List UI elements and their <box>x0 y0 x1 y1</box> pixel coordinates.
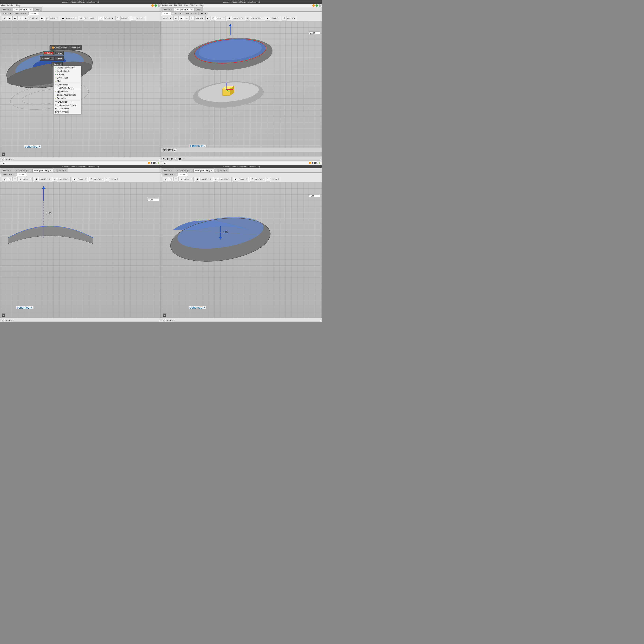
cm-item-selectable[interactable]: Selectable/Unselectable <box>54 104 81 107</box>
btn-insert-1-tl[interactable]: ⊻ <box>115 16 121 21</box>
btn-m3-br[interactable]: ↕ <box>173 177 179 182</box>
btn-modify-1-tl[interactable]: ◧ <box>39 16 44 21</box>
tb-tab-sheetmetal-tr[interactable]: SHEET METAL <box>183 12 199 15</box>
qbtn-delete-tl[interactable]: ✕ Delete <box>43 51 53 55</box>
viewport-bl[interactable]: 1.00 CONSTRUCT > ⊞ <box>0 183 161 318</box>
btn-m1-br[interactable]: ◧ <box>163 177 168 182</box>
menu-window-tr[interactable]: Window <box>190 4 198 7</box>
menu-view-tr[interactable]: View <box>184 4 189 7</box>
cm-item-createselset[interactable]: ● Create Selection Set <box>54 66 81 69</box>
btn-ins1-bl[interactable]: ⊻ <box>89 177 94 182</box>
menu-edit-tr[interactable]: Edit <box>179 4 182 7</box>
close-tab-1-tr[interactable]: ✕ <box>191 9 193 11</box>
close-tab-2-br[interactable]: ✕ <box>211 170 212 172</box>
btn-m4-bl[interactable]: ↔ <box>18 177 23 182</box>
btn-m3-bl[interactable]: ↕ <box>12 177 18 182</box>
btn-i1-br[interactable]: ⍟ <box>233 177 238 182</box>
dim-input-br[interactable] <box>309 194 320 197</box>
tb-tab-tools-tl[interactable]: TOOLS <box>29 12 38 15</box>
close-tab-0-bl[interactable]: ✕ <box>9 170 11 172</box>
tab-0-bl[interactable]: Untitled* ✕ <box>0 168 13 172</box>
cm-item-appearance[interactable]: ● Appearance A <box>54 90 81 93</box>
tab-0-br[interactable]: Untitled* ✕ <box>161 168 174 172</box>
tb-tab-tools-tr[interactable]: TOOLS <box>198 12 208 15</box>
tb-tab-tools-bl[interactable]: TOOLS <box>17 173 26 176</box>
qbtn-movecopy-tl[interactable]: ⤢ Move/Copy <box>40 57 54 60</box>
close-tab-3-bl[interactable]: ✕ <box>65 170 66 172</box>
viewport-tl[interactable]: 🔁 Repeat Extrude ↑ Press Pull ✕ Delete ↩… <box>0 22 161 157</box>
btn-insert-1-tr[interactable]: ⊻ <box>282 16 287 21</box>
close-tab-3-br[interactable]: ✕ <box>226 170 227 172</box>
btn-c1-bl[interactable]: ◎ <box>52 177 57 182</box>
dim-input-bl[interactable] <box>148 198 159 201</box>
close-tab-1-bl[interactable]: ✕ <box>29 170 31 172</box>
cm-item-findbrowser[interactable]: Find in Browser <box>54 107 81 110</box>
tab-2-bl[interactable]: LeafLight01 v1*(1) ✕ <box>33 168 53 172</box>
qbtn-repeat-tl[interactable]: 🔁 Repeat Extrude <box>50 46 68 49</box>
tab-3-bl[interactable]: Untitled*(1) ✕ <box>53 168 68 172</box>
btn-create-4-tl[interactable]: ↕ <box>18 16 23 21</box>
btn-assemble-1-tr[interactable]: ⬢ <box>227 16 232 21</box>
btn-create-3-tl[interactable]: ⊕ <box>12 16 18 21</box>
btn-modify-2-tr[interactable]: ⬡ <box>211 16 216 21</box>
btn-a1-bl[interactable]: ⬢ <box>34 177 39 182</box>
btn-m2-br[interactable]: ⬡ <box>168 177 173 182</box>
construct-label-tr[interactable]: CONSTRUCT > <box>189 144 206 148</box>
tb-tab-tools-br[interactable]: TOOLS <box>178 173 187 176</box>
close-tab-1-tl[interactable]: ✕ <box>30 9 32 11</box>
close-tab-0-tl[interactable]: ✕ <box>9 9 11 11</box>
tb-tab-sheetmetal-bl[interactable]: SHEET METAL <box>1 173 17 176</box>
btn-m4-br[interactable]: ↔ <box>179 177 184 182</box>
btn-i1-bl[interactable]: ⍟ <box>72 177 77 182</box>
tb-tab-solid-tr[interactable]: SOLID <box>162 12 171 15</box>
tab-leaflight-tl[interactable]: LeafLight01 v1*(1) ✕ <box>13 7 33 11</box>
tab-1-bl[interactable]: LeafLight01*1*(1) ✕ <box>13 168 33 172</box>
viewport-tr[interactable]: CONSTRUCT > COMMENTS 💬 <box>161 22 322 156</box>
btn-ins1-br[interactable]: ⊻ <box>250 177 255 182</box>
btn-c1-br[interactable]: ◎ <box>213 177 218 182</box>
tb-tab-sheetmetal-tl[interactable]: SHEET METAL <box>13 12 29 15</box>
btn-modify-2-tl[interactable]: ⬡ <box>45 16 50 21</box>
btn-sel1-bl[interactable]: ↖ <box>104 177 109 182</box>
btn-a1-br[interactable]: ⬢ <box>195 177 200 182</box>
btn-create-1-tr[interactable]: ⊞ <box>173 16 179 21</box>
cm-item-texturemap[interactable]: ● Texture Map Controls <box>54 93 81 97</box>
cm-item-properties[interactable]: ● Properties <box>54 97 81 100</box>
tab-leaflight-tr[interactable]: LeafLight01 v1*(1) ✕ <box>174 7 194 11</box>
btn-inspect-1-tr[interactable]: ⍟ <box>265 16 270 21</box>
btn-create-4-tr[interactable]: ↕ <box>189 16 195 21</box>
cm-item-createsketch[interactable]: ● Create Sketch <box>54 69 81 73</box>
tab-3-br[interactable]: Untitled*(1) ✕ <box>214 168 229 172</box>
tab-untitl-tr[interactable]: Untitl... <box>194 7 203 11</box>
btn-construct-1-tr[interactable]: ◎ <box>245 16 250 21</box>
close-tab-0-tr[interactable]: ✕ <box>170 9 172 11</box>
btn-select-1-tl[interactable]: ↖ <box>131 16 136 21</box>
tb-tab-sheetmetal-br[interactable]: SHEET METAL <box>162 173 178 176</box>
tb-tab-surface-tr[interactable]: SURFACE <box>171 12 183 15</box>
btn-create-1-tl[interactable]: ⊞ <box>2 16 7 21</box>
qbtn-undo-tl[interactable]: ↩ Undo <box>54 51 63 55</box>
btn-modify-1-tr[interactable]: ◧ <box>205 16 211 21</box>
close-tab-0-br[interactable]: ✕ <box>170 170 172 172</box>
menu-fusion360[interactable]: Fusion 360 <box>162 4 172 7</box>
btn-construct-1-tl[interactable]: ◎ <box>79 16 84 21</box>
btn-create-3-tr[interactable]: ⊕ <box>184 16 189 21</box>
btn-create-5-tl[interactable]: ⤢ <box>23 16 28 21</box>
tab-untitled-tr[interactable]: Untitled* ✕ <box>161 7 174 11</box>
btn-inspect-1-tl[interactable]: ⍟ <box>99 16 104 21</box>
tab-1-br[interactable]: LeafLight01*1*(1) ✕ <box>174 168 194 172</box>
tab-untitl-tl[interactable]: Untitl... <box>33 7 42 11</box>
cm-item-extrude[interactable]: ● Extrude <box>54 73 81 76</box>
btn-assemble-1-tl[interactable]: ⬢ <box>61 16 66 21</box>
btn-m2-bl[interactable]: ⬡ <box>7 177 12 182</box>
menu-file-tr[interactable]: File <box>174 4 177 7</box>
menu-bar-tr[interactable]: Fusion 360 File Edit View Window Help <box>161 4 322 7</box>
menu-help[interactable]: Help <box>16 4 20 7</box>
construct-label-bl[interactable]: CONSTRUCT > <box>16 306 34 309</box>
viewport-br[interactable]: 1.00 CONSTRUCT > ⊞ <box>161 183 322 318</box>
menu-view[interactable]: View <box>1 4 5 7</box>
qbtn-sketch-tl[interactable]: Sketch ▶ <box>52 63 62 66</box>
tab-2-br[interactable]: LeafLight01 v1*(1) ✕ <box>194 168 214 172</box>
tab-untitled-tl[interactable]: Untitled* ✕ <box>0 7 13 11</box>
cm-item-shell[interactable]: ● Shell <box>54 80 81 83</box>
